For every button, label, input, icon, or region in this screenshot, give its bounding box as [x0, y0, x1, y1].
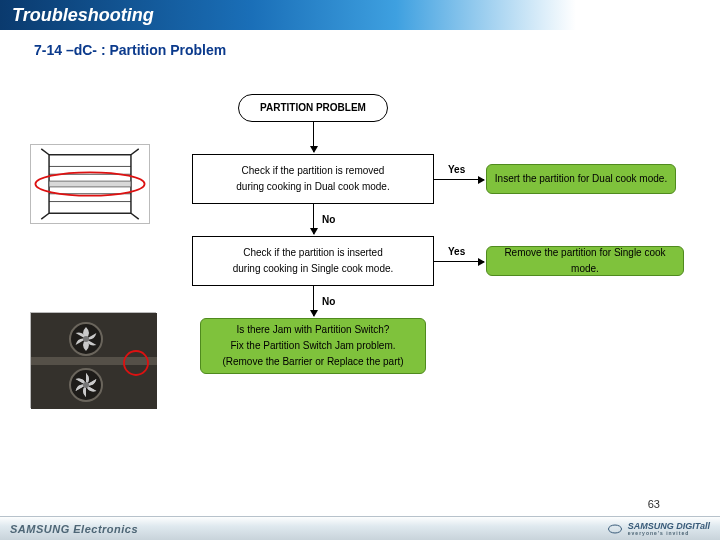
header-title: Troubleshooting — [12, 5, 154, 26]
label-yes-1: Yes — [448, 164, 465, 175]
photo-oven-interior — [30, 312, 156, 408]
samsung-ellipse-icon — [608, 522, 622, 536]
svg-rect-5 — [49, 181, 131, 187]
node-action2: Remove the partition for Single cook mod… — [486, 246, 684, 276]
check1-line1: Check if the partition is removed — [242, 163, 385, 179]
arrow-check2-no — [313, 286, 314, 316]
svg-point-10 — [83, 336, 89, 342]
node-start: PARTITION PROBLEM — [238, 94, 388, 122]
check2-line1: Check if the partition is inserted — [243, 245, 383, 261]
arrow-start-to-check1 — [313, 122, 314, 152]
node-start-label: PARTITION PROBLEM — [260, 100, 366, 116]
check1-line2: during cooking in Dual cook mode. — [236, 179, 389, 195]
oven-interior-icon — [31, 313, 157, 409]
label-no-1: No — [322, 214, 335, 225]
label-no-2: No — [322, 296, 335, 307]
flowchart-area: PARTITION PROBLEM Check if the partition… — [0, 64, 720, 524]
final-line1: Is there Jam with Partition Switch? — [237, 322, 390, 338]
svg-rect-8 — [31, 357, 157, 365]
arrow-check1-yes — [434, 179, 484, 180]
footer-bar: SAMSUNG Electronics SAMSUNG DIGITall eve… — [0, 516, 720, 540]
node-check1: Check if the partition is removed during… — [192, 154, 434, 204]
action1-text: Insert the partition for Dual cook mode. — [495, 171, 667, 187]
final-line3: (Remove the Barrier or Replace the part) — [222, 354, 403, 370]
footer-right: SAMSUNG DIGITall everyone's invited — [608, 522, 710, 536]
footer-tag: everyone's invited — [628, 531, 710, 536]
node-action1: Insert the partition for Dual cook mode. — [486, 164, 676, 194]
page-number: 63 — [648, 498, 660, 510]
label-yes-2: Yes — [448, 246, 465, 257]
action2-text: Remove the partition for Single cook mod… — [493, 245, 677, 277]
oven-rack-icon — [31, 145, 149, 223]
illustration-oven-rack — [30, 144, 150, 224]
final-line2: Fix the Partition Switch Jam problem. — [230, 338, 395, 354]
page-subtitle: 7-14 –dC- : Partition Problem — [0, 30, 720, 64]
node-final: Is there Jam with Partition Switch? Fix … — [200, 318, 426, 374]
svg-point-12 — [83, 382, 89, 388]
node-check2: Check if the partition is inserted durin… — [192, 236, 434, 286]
footer-brand: SAMSUNG Electronics — [10, 523, 138, 535]
svg-point-14 — [608, 525, 621, 533]
check2-line2: during cooking in Single cook mode. — [233, 261, 394, 277]
arrow-check1-no — [313, 204, 314, 234]
header-bar: Troubleshooting — [0, 0, 720, 30]
arrow-check2-yes — [434, 261, 484, 262]
